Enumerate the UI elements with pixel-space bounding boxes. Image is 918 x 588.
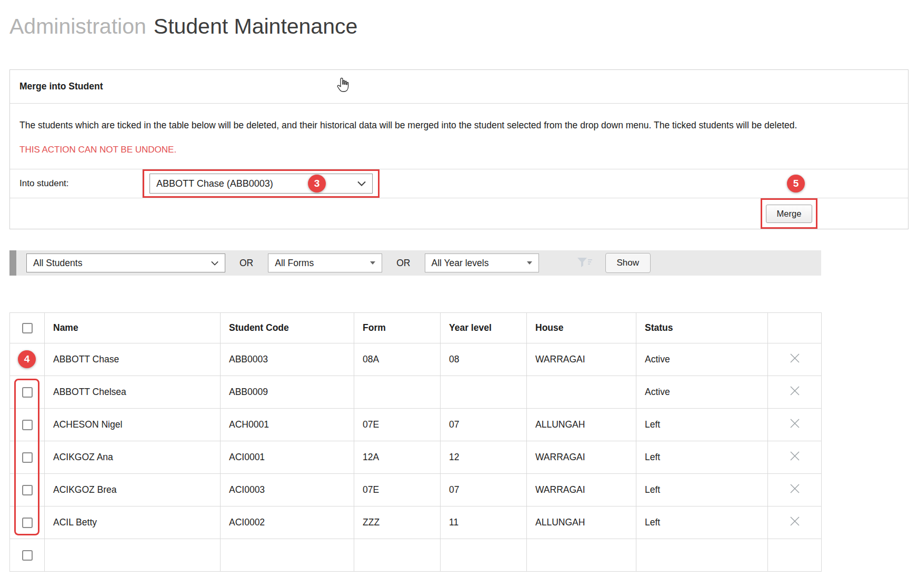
row-checkbox[interactable] [22,452,33,463]
row-checkbox[interactable] [22,420,33,430]
cell-student-code: ABB0003 [221,343,354,376]
row-checkbox[interactable] [22,485,33,495]
annotation-badge-3: 3 [308,175,326,192]
cell-student-code: ACI0002 [221,506,354,539]
column-header-form: Form [354,313,441,343]
column-header-name: Name [45,313,221,343]
forms-filter-value: All Forms [275,258,314,269]
cell-name: ACHESON Nigel [45,409,221,441]
cell-house [527,376,636,409]
cell-name: ACIKGOZ Brea [45,474,221,506]
table-row: ACIL Betty ACI0002 ZZZ 11 ALLUNGAH Left [10,506,822,539]
page-title-text: Student Maintenance [154,14,358,38]
merge-button[interactable]: Merge [766,205,813,223]
cell-status: Active [636,343,768,376]
mouse-cursor-hand-icon [336,77,349,93]
cell-status: Left [636,506,768,539]
triangle-down-icon [527,261,532,265]
students-table: Name Student Code Form Year level House … [9,312,822,572]
cell-name: ACIKGOZ Ana [45,441,221,474]
cell-year-level: 12 [441,441,527,474]
into-student-label: Into student: [10,169,143,198]
cell-year-level [441,539,527,572]
column-header-actions [768,313,822,343]
students-table-wrap: 4 Name Student Code Form Year level Hous… [9,312,821,572]
cell-status: Active [636,376,768,409]
students-filter-value: All Students [33,258,82,269]
cell-status: Left [636,409,768,441]
cell-student-code [221,539,354,572]
cell-student-code: ACI0003 [221,474,354,506]
cell-year-level: 11 [441,506,527,539]
cell-form: 07E [354,474,441,506]
table-row: ABBOTT Chelsea ABB0009 Active [10,376,822,409]
students-filter-dropdown[interactable]: All Students [26,254,225,272]
table-row: ACHESON Nigel ACH0001 07E 07 ALLUNGAH Le… [10,409,822,441]
merge-button-row: Merge [10,198,908,229]
student-filter-bar: All Students OR All Forms OR All Year le… [9,250,821,276]
row-checkbox[interactable] [22,518,33,528]
select-all-checkbox[interactable] [22,323,33,333]
delete-x-icon[interactable] [789,417,801,430]
student-maintenance-page: { "page": { "title_light": "Administrati… [0,0,918,588]
table-row-partial [10,539,822,572]
cell-house: WARRAGAI [527,441,636,474]
column-header-status: Status [636,313,768,343]
show-button[interactable]: Show [605,253,651,273]
cell-status: Left [636,474,768,506]
table-row: ABBOTT Chase ABB0003 08A 08 WARRAGAI Act… [10,343,822,376]
chevron-down-icon [211,261,218,266]
into-student-dropdown[interactable]: ABBOTT Chase (ABB0003) 3 [149,174,373,194]
into-student-dropdown-value: ABBOTT Chase (ABB0003) [156,178,273,189]
or-separator: OR [396,258,410,269]
cell-name: ACIL Betty [45,506,221,539]
filter-funnel-icon[interactable] [577,257,593,269]
cell-house: ALLUNGAH [527,409,636,441]
delete-x-icon[interactable] [789,515,801,528]
year-levels-filter-dropdown[interactable]: All Year levels [425,254,539,272]
cell-form [354,376,441,409]
panel-header: Merge into Student [10,70,908,104]
cell-form: ZZZ [354,506,441,539]
column-header-student-code: Student Code [221,313,354,343]
cell-status: Left [636,441,768,474]
annotation-badge-4: 4 [18,350,36,368]
column-header-year-level: Year level [441,313,527,343]
delete-x-icon[interactable] [789,384,801,397]
cell-year-level: 08 [441,343,527,376]
cell-house: WARRAGAI [527,343,636,376]
cell-name: ABBOTT Chase [45,343,221,376]
annotation-redbox-merge: Merge [761,198,817,229]
cell-year-level: 07 [441,409,527,441]
table-header-row: Name Student Code Form Year level House … [10,313,822,343]
merge-description: The students which are ticked in the tab… [10,104,818,134]
table-row: ACIKGOZ Ana ACI0001 12A 12 WARRAGAI Left [10,441,822,474]
or-separator: OR [240,258,253,269]
cell-house: WARRAGAI [527,474,636,506]
cell-student-code: ACI0001 [221,441,354,474]
cell-form [354,539,441,572]
cell-form: 07E [354,409,441,441]
row-checkbox[interactable] [22,550,33,561]
delete-x-icon[interactable] [789,352,801,364]
breadcrumb-section: Administration [9,14,146,38]
into-student-row: Into student: ABBOTT Chase (ABB0003) 3 5 [10,169,908,198]
cell-student-code: ABB0009 [221,376,354,409]
forms-filter-dropdown[interactable]: All Forms [268,254,382,272]
column-header-house: House [527,313,636,343]
cell-form: 12A [354,441,441,474]
delete-x-icon[interactable] [789,482,801,495]
year-levels-filter-value: All Year levels [432,258,489,269]
table-row: ACIKGOZ Brea ACI0003 07E 07 WARRAGAI Lef… [10,474,822,506]
cell-house: ALLUNGAH [527,506,636,539]
cell-house [527,539,636,572]
chevron-down-icon [357,181,366,186]
cell-student-code: ACH0001 [221,409,354,441]
undo-warning-text: THIS ACTION CAN NOT BE UNDONE. [10,134,908,169]
triangle-down-icon [370,261,375,265]
cell-status [636,539,768,572]
row-checkbox[interactable] [22,387,33,398]
cell-form: 08A [354,343,441,376]
delete-x-icon[interactable] [789,450,801,462]
filter-bar-accent-strip [9,250,16,276]
